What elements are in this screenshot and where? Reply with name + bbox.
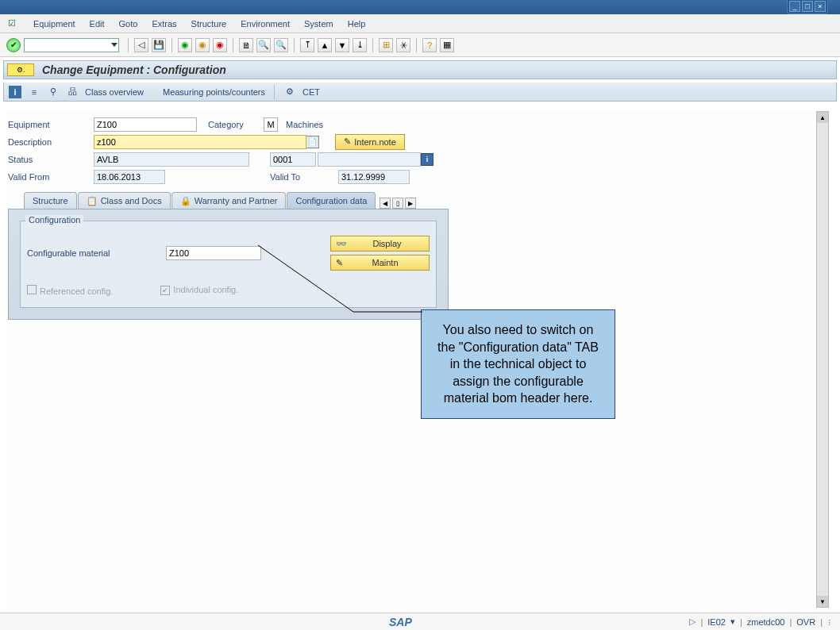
lock-icon: 🔒 <box>180 196 191 206</box>
status-triangle-icon[interactable]: ▷ <box>689 617 696 627</box>
app-toolbar: i ≡ ⚲ 品 Class overview Measuring points/… <box>3 83 837 102</box>
category-text: Machines <box>286 120 323 129</box>
equipment-field[interactable] <box>94 117 197 132</box>
prev-page-button[interactable]: ▲ <box>318 38 332 52</box>
back-button[interactable]: ◁ <box>134 38 148 52</box>
last-page-button[interactable]: ⤓ <box>353 38 367 52</box>
header-form: Equipment Category Machines Description … <box>5 111 815 325</box>
vertical-scrollbar[interactable]: ▲ ▼ <box>816 111 829 608</box>
menu-extras[interactable]: Extras <box>152 19 176 29</box>
toolbar-separator <box>372 38 373 52</box>
equipment-label: Equipment <box>8 120 94 129</box>
tab-class-docs[interactable]: 📋Class and Docs <box>78 192 171 209</box>
command-field[interactable] <box>24 38 119 52</box>
tab-nav: ◀ ▯ ▶ <box>380 198 416 209</box>
measuring-link[interactable]: Measuring points/counters <box>163 87 265 97</box>
cet-icon[interactable]: ⚙ <box>283 86 296 98</box>
individual-config-checkbox: ✔Individual config. <box>160 285 238 296</box>
display-button-label: Display <box>350 239 424 248</box>
tab-next-button[interactable]: ▶ <box>405 198 416 209</box>
first-page-button[interactable]: ⤒ <box>300 38 314 52</box>
category-label: Category <box>208 120 264 129</box>
status-signal-icon: ⫶ <box>827 617 832 627</box>
hierarchy-icon[interactable]: ⚲ <box>47 86 60 98</box>
enter-button[interactable]: ✔ <box>6 38 21 52</box>
back2-button[interactable]: ◉ <box>178 38 192 52</box>
toolbar-separator <box>233 38 233 52</box>
next-page-button[interactable]: ▼ <box>335 38 349 52</box>
tab-warranty[interactable]: 🔒Warranty and Partner <box>171 192 287 209</box>
maintain-button[interactable]: ✎ Maintn <box>330 255 430 271</box>
tab-structure[interactable]: Structure <box>24 192 77 209</box>
menu-environment[interactable]: Environment <box>241 19 290 29</box>
exit-button[interactable]: ◉ <box>195 38 210 52</box>
status-code-field <box>270 152 316 167</box>
valid-from-label: Valid From <box>8 172 94 182</box>
configurable-material-field[interactable] <box>166 246 261 260</box>
command-dropdown-icon[interactable] <box>111 43 118 47</box>
save-button[interactable]: 💾 <box>152 38 166 52</box>
maintain-button-label: Maintn <box>346 258 424 267</box>
tab-list-button[interactable]: ▯ <box>392 198 403 209</box>
tab-configuration-data[interactable]: Configuration data <box>287 192 376 209</box>
toolbar-separator <box>274 85 275 99</box>
menu-edit[interactable]: Edit <box>90 19 105 29</box>
menu-help[interactable]: Help <box>348 19 366 29</box>
referenced-config-checkbox: Referenced config. <box>27 285 113 296</box>
config-checks: Referenced config. ✔Individual config. <box>27 285 430 296</box>
description-help-icon[interactable]: 📄 <box>306 136 319 148</box>
menu-goto[interactable]: Goto <box>119 19 138 29</box>
content-area: Equipment Category Machines Description … <box>5 111 815 608</box>
tab-prev-button[interactable]: ◀ <box>380 198 391 209</box>
help-button[interactable]: ? <box>422 38 437 52</box>
glasses-icon: 👓 <box>336 239 347 249</box>
class-overview-link[interactable]: Class overview <box>85 87 144 97</box>
sap-logo: SAP <box>389 616 412 628</box>
display-button[interactable]: 👓 Display <box>330 236 430 252</box>
scroll-up-button[interactable]: ▲ <box>817 112 828 123</box>
toolbar-separator <box>128 38 129 52</box>
minimize-button[interactable]: _ <box>789 1 800 12</box>
tab-pane: Configuration Configurable material 👓 Di… <box>8 209 449 320</box>
close-button[interactable]: × <box>815 1 826 12</box>
print-button[interactable]: 🗎 <box>239 38 253 52</box>
configuration-group-title: Configuration <box>25 215 83 225</box>
category-field[interactable] <box>264 117 278 132</box>
status-field <box>94 152 249 167</box>
window-controls: _ □ × <box>787 0 828 14</box>
configurable-material-label: Configurable material <box>27 248 166 258</box>
find-next-button[interactable]: 🔍 <box>274 38 288 52</box>
description-field[interactable] <box>94 135 306 149</box>
find-button[interactable]: 🔍 <box>256 38 271 52</box>
list-icon[interactable]: ≡ <box>28 86 40 98</box>
statusbar: SAP ▷ | IE02 ▾ | zmetdc00 | OVR | ⫶ <box>0 613 840 630</box>
docs-icon: 📋 <box>87 196 98 206</box>
layout-button[interactable]: ▦ <box>440 38 454 52</box>
maximize-button[interactable]: □ <box>802 1 813 12</box>
menu-equipment[interactable]: Equipment <box>33 19 75 29</box>
status-tcode: IE02 <box>707 617 726 627</box>
cet-link[interactable]: CET <box>302 87 320 97</box>
app-header-icon[interactable]: ⚙. <box>7 63 34 76</box>
new-session-button[interactable]: ⊞ <box>379 38 393 52</box>
menubar-icon: ☑ <box>8 18 16 29</box>
toolbar-separator <box>171 38 172 52</box>
status-info-icon[interactable]: i <box>421 153 433 166</box>
toolbar-separator <box>294 38 295 52</box>
scroll-down-button[interactable]: ▼ <box>817 596 828 607</box>
menu-structure[interactable]: Structure <box>191 19 227 29</box>
status-dropdown-icon[interactable]: ▾ <box>730 617 735 627</box>
structure-icon[interactable]: 品 <box>66 86 79 98</box>
annotation-callout: You also need to switch on the "Configur… <box>421 309 615 419</box>
status-ovr: OVR <box>796 617 815 627</box>
cancel-button[interactable]: ◉ <box>213 38 227 52</box>
page-title: Change Equipment : Configuration <box>42 63 226 76</box>
valid-to-label: Valid To <box>270 172 318 182</box>
intern-note-label: Intern.note <box>354 137 396 147</box>
shortcut-button[interactable]: ⚹ <box>396 38 410 52</box>
description-label: Description <box>8 137 94 147</box>
intern-note-button[interactable]: ✎ Intern.note <box>335 134 405 150</box>
info-icon[interactable]: i <box>9 86 21 98</box>
annotation-text: You also need to switch on the "Configur… <box>437 323 599 405</box>
menu-system[interactable]: System <box>304 19 333 29</box>
